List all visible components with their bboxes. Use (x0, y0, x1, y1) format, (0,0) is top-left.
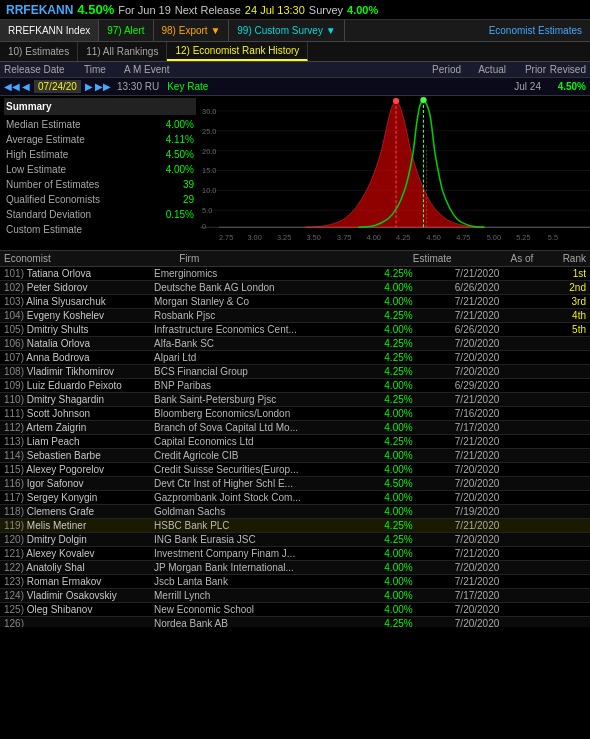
economist-num-name: 104) Evgeny Koshelev (0, 309, 150, 323)
economist-num-name: 103) Alina Slyusarchuk (0, 295, 150, 309)
firm-name: Credit Agricole CIB (150, 449, 330, 463)
economist-num-name: 122) Anatoliy Shal (0, 561, 150, 575)
table-row[interactable]: 124) Vladimir Osakovskiy Merrill Lynch 4… (0, 589, 590, 603)
table-row[interactable]: 122) Anatoliy Shal JP Morgan Bank Intern… (0, 561, 590, 575)
svg-text:3.75: 3.75 (337, 234, 351, 242)
estimate-value: 4.00% (330, 491, 417, 505)
table-row[interactable]: 121) Alexey Kovalev Investment Company F… (0, 547, 590, 561)
table-row[interactable]: 110) Dmitry Shagardin Bank Saint-Petersb… (0, 393, 590, 407)
as-of-date: 7/21/2020 (417, 267, 504, 281)
rank-value (503, 365, 590, 379)
estimate-value: 4.00% (330, 603, 417, 617)
svg-text:25.0: 25.0 (202, 128, 216, 136)
time-header: Time (84, 64, 124, 75)
table-row[interactable]: 108) Vladimir Tikhomirov BCS Financial G… (0, 365, 590, 379)
table-row[interactable]: 102) Peter Sidorov Deutsche Bank AG Lond… (0, 281, 590, 295)
period-header: Period (416, 64, 461, 75)
table-row[interactable]: 106) Natalia Orlova Alfa-Bank SC 4.25% 7… (0, 337, 590, 351)
firm-name: New Economic School (150, 603, 330, 617)
table-header-row: Economist Firm Estimate As of Rank (0, 251, 590, 267)
table-row[interactable]: 104) Evgeny Koshelev Rosbank Pjsc 4.25% … (0, 309, 590, 323)
as-of-date: 7/21/2020 (417, 295, 504, 309)
tab-economist-rank-history[interactable]: 12) Economist Rank History (167, 42, 308, 61)
rank-value (503, 421, 590, 435)
survey-value: 4.00% (347, 4, 378, 16)
rank-value (503, 351, 590, 365)
period-value: Jul 24 (496, 81, 541, 92)
table-row[interactable]: 126) Nordea Bank AB 4.25% 7/20/2020 (0, 617, 590, 628)
tab-export[interactable]: 98) Export ▼ (154, 20, 230, 41)
table-row[interactable]: 101) Tatiana Orlova Emerginomics 4.25% 7… (0, 267, 590, 281)
table-row[interactable]: 113) Liam Peach Capital Economics Ltd 4.… (0, 435, 590, 449)
table-row[interactable]: 119) Melis Metiner HSBC Bank PLC 4.25% 7… (0, 519, 590, 533)
firm-name: Morgan Stanley & Co (150, 295, 330, 309)
table-row[interactable]: 114) Sebastien Barbe Credit Agricole CIB… (0, 449, 590, 463)
firm-name: Rosbank Pjsc (150, 309, 330, 323)
table-row[interactable]: 111) Scott Johnson Bloomberg Economics/L… (0, 407, 590, 421)
as-of-date: 7/21/2020 (417, 547, 504, 561)
tab-estimates[interactable]: 10) Estimates (0, 42, 78, 61)
table-row[interactable]: 112) Artem Zaigrin Branch of Sova Capita… (0, 421, 590, 435)
firm-name: BNP Paribas (150, 379, 330, 393)
date-nav-row: ◀◀ ◀ 07/24/20 ▶ ▶▶ 13:30 RU Key Rate Jul… (0, 78, 590, 96)
as-of-date: 7/21/2020 (417, 519, 504, 533)
rank-value (503, 477, 590, 491)
actual-value: 4.50% (541, 81, 586, 92)
svg-text:0: 0 (202, 223, 206, 231)
tab-alert[interactable]: 97) Alert (99, 20, 153, 41)
estimate-value: 4.50% (330, 477, 417, 491)
tab-economist-estimates[interactable]: Economist Estimates (481, 20, 590, 41)
nav-next[interactable]: ▶ (85, 81, 93, 92)
firm-name: Merrill Lynch (150, 589, 330, 603)
rank-value (503, 463, 590, 477)
svg-text:3.50: 3.50 (306, 234, 320, 242)
table-row[interactable]: 117) Sergey Konygin Gazprombank Joint St… (0, 491, 590, 505)
nav-prev[interactable]: ◀ (22, 81, 30, 92)
table-row[interactable]: 123) Roman Ermakov Jscb Lanta Bank 4.00%… (0, 575, 590, 589)
nav-next-next[interactable]: ▶▶ (95, 81, 111, 92)
rate-value: 4.50% (77, 2, 114, 17)
header-row: Release Date Time A M Event Period Actua… (0, 62, 590, 78)
svg-point-30 (393, 98, 399, 104)
table-row[interactable]: 115) Alexey Pogorelov Credit Suisse Secu… (0, 463, 590, 477)
estimate-value: 4.00% (330, 407, 417, 421)
firm-name: Capital Economics Ltd (150, 435, 330, 449)
as-of-date: 6/29/2020 (417, 379, 504, 393)
rank-value (503, 449, 590, 463)
tab-rrefkann-index[interactable]: RREFKANN Index (0, 20, 99, 41)
ticker-label: RRFEKANN (6, 3, 73, 17)
as-of-date: 7/20/2020 (417, 491, 504, 505)
economist-num-name: 120) Dmitry Dolgin (0, 533, 150, 547)
economist-num-name: 107) Anna Bodrova (0, 351, 150, 365)
table-row[interactable]: 116) Igor Safonov Devt Ctr Inst of Highe… (0, 477, 590, 491)
table-row[interactable]: 107) Anna Bodrova Alpari Ltd 4.25% 7/20/… (0, 351, 590, 365)
as-of-date: 7/21/2020 (417, 309, 504, 323)
chart-area: Summary Median Estimate4.00%Average Esti… (0, 96, 590, 251)
table-row[interactable]: 120) Dmitry Dolgin ING Bank Eurasia JSC … (0, 533, 590, 547)
table-row[interactable]: 125) Oleg Shibanov New Economic School 4… (0, 603, 590, 617)
rank-value (503, 547, 590, 561)
tab-custom-survey[interactable]: 99) Custom Survey ▼ (229, 20, 344, 41)
table-scroll-area[interactable]: 101) Tatiana Orlova Emerginomics 4.25% 7… (0, 267, 590, 627)
col-rank: Rank (537, 251, 590, 267)
table-row[interactable]: 109) Luiz Eduardo Peixoto BNP Paribas 4.… (0, 379, 590, 393)
economist-num-name: 106) Natalia Orlova (0, 337, 150, 351)
tab-all-rankings[interactable]: 11) All Rankings (78, 42, 167, 61)
table-row[interactable]: 103) Alina Slyusarchuk Morgan Stanley & … (0, 295, 590, 309)
estimate-value: 4.00% (330, 295, 417, 309)
economist-num-name: 124) Vladimir Osakovskiy (0, 589, 150, 603)
for-text: For Jun 19 (118, 4, 171, 16)
summary-header: Summary (4, 98, 196, 115)
estimate-value: 4.00% (330, 421, 417, 435)
as-of-date: 7/21/2020 (417, 449, 504, 463)
rank-value: 4th (503, 309, 590, 323)
nav-prev-prev[interactable]: ◀◀ (4, 81, 20, 92)
table-row[interactable]: 118) Clemens Grafe Goldman Sachs 4.00% 7… (0, 505, 590, 519)
next-release-label: Next Release (175, 4, 241, 16)
svg-text:4.00: 4.00 (367, 234, 381, 242)
as-of-date: 6/26/2020 (417, 323, 504, 337)
estimate-value: 4.00% (330, 463, 417, 477)
as-of-date: 7/19/2020 (417, 505, 504, 519)
table-row[interactable]: 105) Dmitriy Shults Infrastructure Econo… (0, 323, 590, 337)
firm-name: Branch of Sova Capital Ltd Mo... (150, 421, 330, 435)
